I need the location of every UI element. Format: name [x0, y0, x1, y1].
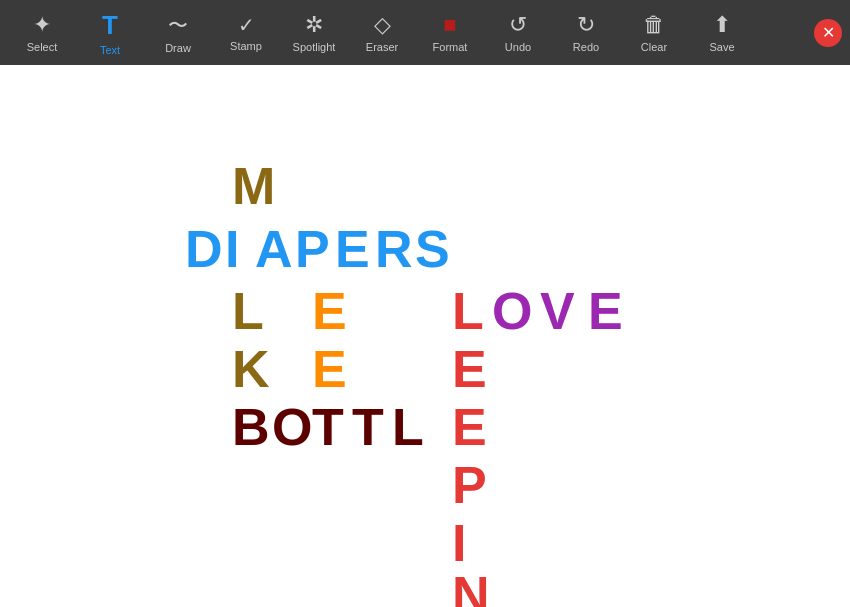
tool-format[interactable]: ■ Format — [416, 3, 484, 63]
letter-21: L — [392, 401, 424, 453]
letter-8: L — [232, 285, 264, 337]
tool-draw[interactable]: 〜 Draw — [144, 3, 212, 63]
undo-label: Undo — [505, 41, 531, 53]
format-icon: ■ — [443, 12, 456, 38]
clear-icon: 🗑 — [643, 12, 665, 38]
canvas: MDIAPERSLELOVEKEEBOTTLEPING — [0, 65, 850, 607]
letter-13: E — [588, 285, 623, 337]
tool-select[interactable]: ✦ Select — [8, 3, 76, 63]
tool-text[interactable]: T Text — [76, 3, 144, 63]
letter-2: I — [225, 223, 239, 275]
close-button[interactable]: ✕ — [814, 19, 842, 47]
letter-6: R — [375, 223, 413, 275]
letter-22: E — [452, 401, 487, 453]
letter-18: O — [272, 401, 312, 453]
letter-4: P — [295, 223, 330, 275]
letter-20: T — [352, 401, 384, 453]
letter-16: E — [452, 343, 487, 395]
format-label: Format — [433, 41, 468, 53]
letter-23: P — [452, 459, 487, 511]
spotlight-label: Spotlight — [293, 41, 336, 53]
letter-25: N — [452, 569, 490, 607]
letter-5: E — [335, 223, 370, 275]
letter-14: K — [232, 343, 270, 395]
letter-19: T — [312, 401, 344, 453]
tool-redo[interactable]: ↻ Redo — [552, 3, 620, 63]
toolbar: ✦ Select T Text 〜 Draw ✓ Stamp ✲ Spotlig… — [0, 0, 850, 65]
redo-label: Redo — [573, 41, 599, 53]
close-icon: ✕ — [822, 23, 835, 42]
letter-10: L — [452, 285, 484, 337]
letter-12: V — [540, 285, 575, 337]
stamp-label: Stamp — [230, 40, 262, 52]
save-icon: ⬆ — [713, 12, 731, 38]
eraser-icon: ◇ — [374, 12, 391, 38]
text-label: Text — [100, 44, 120, 56]
select-label: Select — [27, 41, 58, 53]
letter-15: E — [312, 343, 347, 395]
clear-label: Clear — [641, 41, 667, 53]
tool-eraser[interactable]: ◇ Eraser — [348, 3, 416, 63]
letter-1: D — [185, 223, 223, 275]
tool-stamp[interactable]: ✓ Stamp — [212, 3, 280, 63]
draw-icon: 〜 — [168, 12, 188, 39]
letter-9: E — [312, 285, 347, 337]
undo-icon: ↺ — [509, 12, 527, 38]
letter-11: O — [492, 285, 532, 337]
draw-label: Draw — [165, 42, 191, 54]
tool-save[interactable]: ⬆ Save — [688, 3, 756, 63]
letter-3: A — [255, 223, 293, 275]
stamp-icon: ✓ — [238, 13, 255, 37]
tool-spotlight[interactable]: ✲ Spotlight — [280, 3, 348, 63]
eraser-label: Eraser — [366, 41, 398, 53]
letter-0: M — [232, 160, 275, 212]
tool-clear[interactable]: 🗑 Clear — [620, 3, 688, 63]
letter-7: S — [415, 223, 450, 275]
letter-17: B — [232, 401, 270, 453]
save-label: Save — [709, 41, 734, 53]
tool-undo[interactable]: ↺ Undo — [484, 3, 552, 63]
letter-24: I — [452, 517, 466, 569]
spotlight-icon: ✲ — [305, 12, 323, 38]
select-icon: ✦ — [33, 12, 51, 38]
text-icon: T — [102, 10, 118, 41]
redo-icon: ↻ — [577, 12, 595, 38]
